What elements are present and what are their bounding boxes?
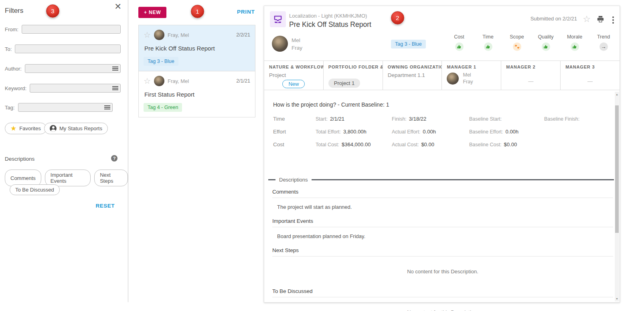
filter-row-from: From:: [5, 25, 121, 34]
metric-value: $0.00: [504, 141, 517, 147]
author-input[interactable]: [25, 64, 121, 73]
favorites-filter-chip[interactable]: ★ Favorites: [5, 123, 47, 134]
manager2-empty-value: —: [506, 78, 555, 84]
indicator-label: Trend: [589, 34, 618, 40]
report-card-first-status[interactable]: ☆ Fray, Mel 2/1/21 First Status Report T…: [139, 71, 255, 117]
more-options-icon[interactable]: [612, 16, 615, 24]
metric-cell: Total Cost:$364,000.00: [316, 141, 392, 148]
project-name-label: Localization - Light (KKMHKJMO): [289, 13, 367, 19]
metric-cell: Total Effort:3,800.00h: [316, 128, 392, 135]
indicator-label: Cost: [445, 34, 474, 40]
description-chips-row2: To Be Discussed: [10, 184, 60, 195]
filters-title: Filters: [5, 7, 23, 15]
tag-input-wrap: [18, 103, 113, 112]
my-status-reports-chip[interactable]: My Status Reports: [44, 123, 108, 134]
metric-value: 0.00h: [423, 129, 436, 135]
tag-label: Tag:: [5, 105, 15, 111]
descriptions-divider-label: Descriptions: [279, 177, 308, 183]
section-title: Next Steps: [272, 244, 613, 256]
manager-first-name: Mel: [463, 72, 473, 79]
avatar: [154, 30, 164, 40]
detail-scrollbar[interactable]: ▲ ▼: [615, 92, 619, 301]
print-link[interactable]: PRINT: [237, 9, 255, 15]
portfolio-folder-column: PORTFOLIO FOLDER & TY Project 1: [323, 61, 383, 90]
comments-chip[interactable]: Comments: [5, 170, 41, 186]
thumbs-up-icon: [571, 42, 579, 51]
to-input[interactable]: [15, 44, 121, 53]
descriptions-filter-label: Descriptions: [5, 156, 34, 162]
manager2-column: MANAGER 2 —: [501, 61, 560, 90]
detail-tag-wrap: Tag 3 - Blue: [391, 40, 426, 48]
info-columns-row: NATURE & WORKFLOW Project New PORTFOLIO …: [264, 61, 620, 90]
metric-value: 3/18/22: [409, 116, 426, 122]
descriptions-divider: Descriptions: [268, 177, 614, 183]
filter-row-author: Author:: [5, 64, 121, 73]
author-menu-icon[interactable]: [112, 67, 118, 71]
to-be-discussed-chip[interactable]: To Be Discussed: [10, 184, 60, 195]
thumbs-up-icon: [455, 42, 464, 51]
column-header: NATURE & WORKFLOW: [269, 65, 318, 69]
manager3-empty-value: —: [565, 78, 615, 84]
portfolio-pill[interactable]: Project 1: [328, 79, 360, 88]
comments-chip-label: Comments: [10, 175, 36, 181]
next-steps-chip-label: Next Steps: [100, 172, 122, 184]
from-input[interactable]: [22, 25, 121, 34]
important-events-chip[interactable]: Important Events: [45, 170, 91, 186]
close-icon[interactable]: ×: [115, 1, 121, 12]
report-date: 2/1/21: [236, 78, 250, 84]
indicator-time: Time: [474, 34, 502, 51]
metric-cell: Finish:3/18/22: [392, 115, 469, 122]
scroll-down-icon[interactable]: ▼: [615, 297, 619, 300]
author-label: Author:: [5, 66, 22, 72]
author-last-name: Fray: [292, 44, 302, 52]
reset-link[interactable]: RESET: [95, 203, 115, 209]
manager1-column: MANAGER 1 Mel Fray: [441, 61, 501, 90]
scroll-up-icon[interactable]: ▲: [615, 93, 619, 96]
indicator-label: Scope: [502, 34, 531, 40]
keyword-label: Keyword:: [5, 85, 26, 91]
filter-row-tag: Tag:: [5, 103, 113, 112]
to-label: To:: [5, 46, 12, 52]
nature-workflow-column: NATURE & WORKFLOW Project New: [264, 61, 323, 90]
metric-label: Start:: [316, 116, 328, 122]
star-icon[interactable]: ☆: [144, 77, 151, 85]
metric-label: Baseline Cost:: [469, 142, 502, 147]
metric-row-label: Effort: [273, 129, 316, 135]
thumbs-up-icon: [542, 42, 550, 51]
keyword-input[interactable]: [30, 84, 121, 93]
keyword-menu-icon[interactable]: [112, 86, 118, 90]
help-icon[interactable]: ?: [111, 155, 117, 162]
star-icon[interactable]: ☆: [583, 14, 591, 24]
section-title: Important Events: [272, 215, 613, 227]
metric-cell: Baseline Finish:: [544, 115, 582, 122]
section-content: Board presentation planned on Friday.: [272, 227, 613, 244]
metric-cell: Actual Cost:$0.00: [392, 141, 469, 148]
new-button[interactable]: + NEW: [138, 7, 166, 18]
scrollbar-thumb[interactable]: [615, 105, 619, 233]
report-author: Fray, Mel: [168, 32, 233, 38]
tag-input[interactable]: [18, 103, 113, 112]
report-card-top: ☆ Fray, Mel 2/1/21: [144, 76, 250, 86]
metric-value: $364,000.00: [342, 141, 371, 147]
status-report-detail: Localization - Light (KKMHKJMO) Pre Kick…: [264, 6, 620, 303]
report-tag: Tag 4 - Green: [144, 103, 182, 112]
star-icon[interactable]: ☆: [144, 31, 151, 39]
metric-cell: [544, 141, 582, 148]
metric-value: $0.00: [421, 141, 434, 147]
print-icon[interactable]: [597, 15, 604, 24]
metric-value: 3,800.00h: [343, 129, 367, 135]
metric-cell: [544, 128, 582, 135]
metric-label: Baseline Start:: [469, 116, 502, 122]
workflow-state-pill[interactable]: New: [282, 80, 305, 88]
next-steps-chip[interactable]: Next Steps: [94, 170, 128, 186]
right-arrow-icon: →: [599, 42, 608, 51]
comments-section: Comments The project will start as plann…: [272, 186, 613, 215]
indicator-label: Quality: [531, 34, 560, 40]
report-card-pre-kick-off[interactable]: ☆ Fray, Mel 2/2/21 Pre Kick Off Status R…: [139, 25, 255, 71]
manager1-person: Mel Fray: [447, 72, 496, 85]
indicator-quality: Quality: [531, 34, 560, 51]
favorites-chip-label: Favorites: [19, 125, 41, 131]
metric-label: Finish:: [392, 116, 407, 122]
tag-menu-icon[interactable]: [104, 105, 110, 109]
report-title: First Status Report: [144, 91, 250, 98]
